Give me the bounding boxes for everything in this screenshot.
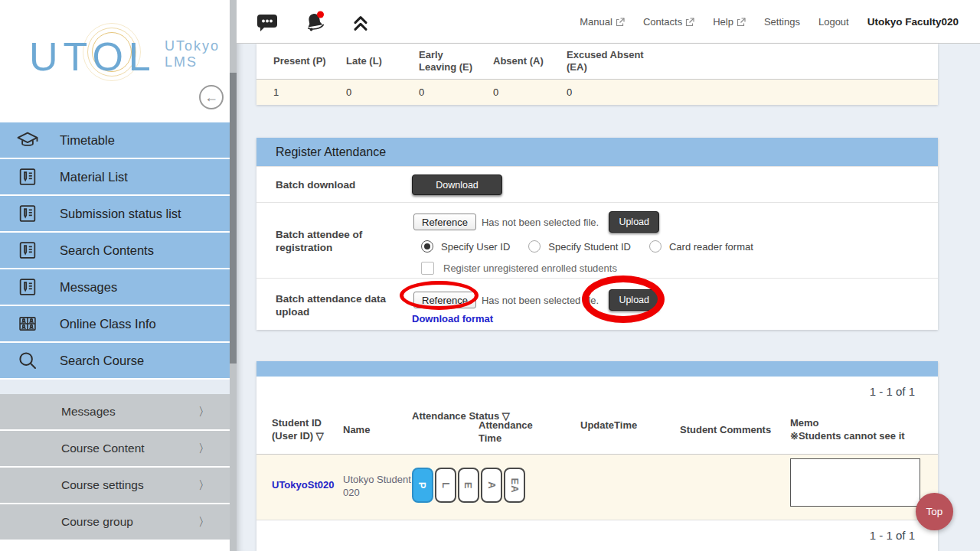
sidebar-item-label: Submission status list [60,207,181,221]
notification-bell-icon[interactable] [301,8,328,36]
clipboard-icon [15,165,40,189]
utol-logo: UTOL [29,34,156,80]
radio-label: Card reader format [669,241,753,253]
status-button-early-leaving[interactable]: E [458,468,479,503]
sidebar-item-submission-status-list[interactable]: Submission status list [0,196,230,233]
external-link-icon [616,18,625,27]
collapse-up-icon[interactable] [350,11,371,33]
external-link-icon [737,18,746,27]
upload-button[interactable]: Upload [609,211,659,233]
status-button-present[interactable]: P [412,468,433,503]
upload-file-line: Reference Has not been selected file. Up… [413,289,659,311]
sidebar-collapse-button[interactable]: ← [199,85,224,109]
sidebar-scrollbar[interactable] [230,0,237,551]
sidebar-item-search-course[interactable]: Search Course [0,343,230,380]
batch-attendee-label: Batch attendee of registration [276,228,394,254]
logout-link[interactable]: Logout [818,16,849,28]
update-time-header: UpdateTime [580,419,639,432]
table-row: UTokyoSt020 Utokyo Student020 P L E A EA [256,455,938,520]
clipboard-icon [15,275,40,299]
summary-header: Absent (A) [493,55,567,67]
graduation-cap-icon [15,128,40,152]
contacts-link[interactable]: Contacts [643,16,694,28]
radio-specify-student-id[interactable] [528,240,541,253]
sidebar-item-course-settings[interactable]: Course settings 〉 [0,468,230,504]
download-format-link[interactable]: Download format [412,313,493,324]
sidebar-item-course-content[interactable]: Course Content 〉 [0,431,230,468]
external-link-icon [685,18,694,27]
summary-header-row: Present (P) Late (L) Early Leaving (E) A… [256,44,938,80]
reference-button[interactable]: Reference [413,214,476,230]
student-comments-header: Student Comments [680,423,771,436]
attendance-summary-table: Present (P) Late (L) Early Leaving (E) A… [256,44,938,105]
help-link[interactable]: Help [713,16,746,28]
sidebar-divider [0,380,230,394]
radio-specify-user-id[interactable] [421,240,433,253]
batch-download-row: Batch download Download [256,166,938,202]
batch-attendee-registration-row: Batch attendee of registration Reference… [256,202,938,278]
summary-header: Late (L) [346,55,419,67]
scroll-to-top-button[interactable]: Top [916,493,953,530]
status-button-excused-absent[interactable]: EA [504,468,525,503]
memo-textarea[interactable] [790,458,920,507]
upload-button[interactable]: Upload [609,289,659,311]
name-header: Name [343,423,370,436]
chevron-right-icon: 〉 [198,478,210,493]
chevron-right-icon: 〉 [198,442,210,456]
status-button-absent[interactable]: A [481,468,502,503]
attendance-time-header: AttendanceTime [479,419,537,445]
search-icon [15,348,40,373]
student-name: Utokyo Student020 [343,473,412,499]
scrollbar-thumb[interactable] [230,73,237,364]
excused-absent-count: 0 [567,86,720,98]
status-button-group: P L E A EA [412,468,525,503]
batch-download-label: Batch download [276,178,394,191]
attendance-table-header: Student ID (User ID) ▽ Name Attendance S… [256,406,938,455]
message-icon[interactable] [255,11,279,34]
sidebar-item-search-contents[interactable]: Search Contents [0,233,230,269]
arrow-left-icon: ← [204,90,218,106]
download-button[interactable]: Download [412,174,502,195]
status-button-late[interactable]: L [435,468,456,503]
radio-card-reader-format[interactable] [649,240,662,253]
sidebar-item-course-messages[interactable]: Messages 〉 [0,394,230,431]
radio-label: Specify User ID [441,241,510,253]
pagination-bottom: 1 - 1 of 1 [256,520,938,549]
sidebar-item-label: Material List [60,170,128,184]
no-file-selected-text: Has not been selected file. [482,217,599,228]
absent-count: 0 [493,86,567,98]
sidebar-item-material-list[interactable]: Material List [0,159,230,196]
sidebar-item-online-class-info[interactable]: Online Class Info [0,306,230,343]
summary-header: Early Leaving (E) [419,49,493,73]
summary-header: Excused Absent (EA) [567,49,720,73]
chevron-right-icon: 〉 [198,405,210,419]
current-user-name: Utokyo Faculty020 [867,16,959,28]
checkbox-label: Register unregistered enrolled students [443,262,617,274]
attendance-list-section: 1 - 1 of 1 Student ID (User ID) ▽ Name A… [256,361,938,551]
sidebar-item-timetable[interactable]: Timetable [0,122,230,159]
reference-button[interactable]: Reference [413,292,476,308]
sidebar-nav: Timetable Material List Submission statu… [0,122,230,541]
sidebar-item-label: Course settings [61,478,144,492]
logo-area: UTOL UTokyo LMS ← [0,0,230,122]
late-count: 0 [346,86,419,98]
register-unregistered-checkbox[interactable] [421,262,434,275]
sidebar: UTOL UTokyo LMS ← Timetable Material Lis… [0,0,230,551]
manual-link[interactable]: Manual [580,16,625,28]
topbar: Manual Contacts Help Settings Logout Uto… [237,0,980,44]
sidebar-item-label: Course group [61,515,133,529]
register-unregistered-checkbox-row: Register unregistered enrolled students [421,262,617,275]
no-file-selected-text: Has not been selected file. [482,295,599,306]
summary-header: Present (P) [273,55,346,67]
sidebar-item-label: Search Contents [60,243,154,258]
people-grid-icon [15,311,40,336]
brand-subtitle: UTokyo LMS [165,38,220,70]
summary-value-row: 1 0 0 0 0 [256,80,938,105]
settings-link[interactable]: Settings [764,16,800,28]
sidebar-item-course-group[interactable]: Course group 〉 [0,504,230,541]
student-id-header[interactable]: Student ID (User ID) ▽ [272,416,324,442]
sidebar-item-messages[interactable]: Messages [0,269,230,306]
pagination-top: 1 - 1 of 1 [256,377,938,406]
brand-text: UTOL [29,34,156,80]
student-id-link[interactable]: UTokyoSt020 [272,479,334,491]
